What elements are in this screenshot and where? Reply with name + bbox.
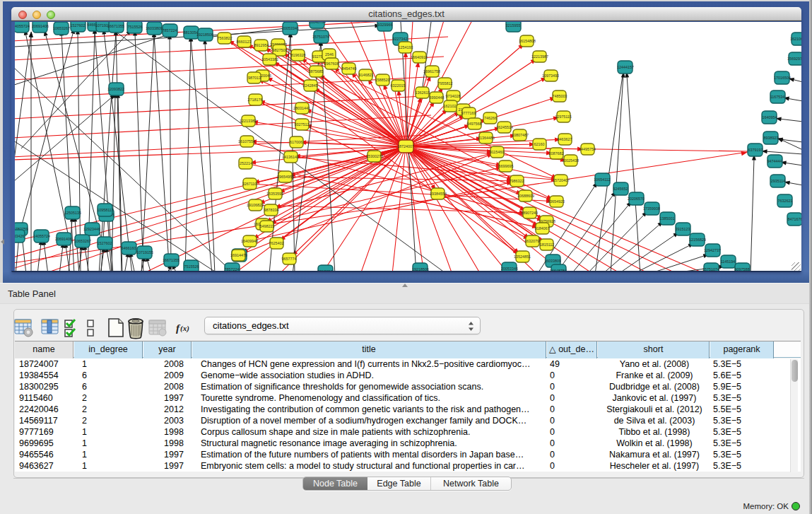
svg-text:7986322: 7986322: [510, 179, 524, 183]
svg-text:8454749: 8454749: [342, 66, 357, 71]
svg-text:252214: 252214: [240, 161, 252, 165]
svg-text:2087682: 2087682: [549, 151, 564, 156]
svg-text:10807487: 10807487: [512, 133, 529, 137]
svg-text:19218506: 19218506: [196, 33, 213, 37]
svg-text:16640910: 16640910: [411, 55, 428, 59]
svg-text:16210643: 16210643: [790, 37, 801, 41]
svg-text:20691406: 20691406: [32, 24, 49, 28]
svg-text:2242845: 2242845: [303, 83, 318, 88]
svg-text:9734028: 9734028: [446, 94, 461, 98]
svg-text:14495754: 14495754: [579, 147, 596, 151]
svg-text:10543382: 10543382: [261, 57, 278, 62]
svg-text:5498222: 5498222: [260, 224, 275, 228]
svg-text:18724007: 18724007: [397, 144, 414, 148]
svg-text:20691406: 20691406: [55, 237, 72, 241]
svg-text:617006: 617006: [290, 140, 302, 144]
svg-text:16033809: 16033809: [146, 26, 163, 30]
svg-text:10653267: 10653267: [74, 239, 91, 243]
svg-text:10025438: 10025438: [562, 158, 579, 163]
svg-text:10653267: 10653267: [53, 26, 70, 30]
svg-text:9146821: 9146821: [359, 73, 374, 77]
svg-text:7955812: 7955812: [438, 81, 453, 86]
svg-text:12942737: 12942737: [704, 248, 721, 252]
svg-text:6322015: 6322015: [391, 83, 406, 88]
svg-text:13524851: 13524851: [514, 255, 531, 259]
svg-text:7515526: 7515526: [128, 25, 143, 29]
svg-text:9329966: 9329966: [378, 23, 393, 27]
svg-text:12975115: 12975115: [555, 115, 572, 119]
svg-text:9474444: 9474444: [767, 159, 782, 163]
svg-text:2546: 2546: [325, 52, 334, 57]
svg-text:6990448: 6990448: [430, 95, 445, 100]
svg-text:1815112: 1815112: [540, 243, 555, 247]
svg-text:1527602: 1527602: [98, 241, 112, 245]
svg-text:17359938: 17359938: [643, 206, 660, 211]
svg-text:10958117: 10958117: [97, 208, 114, 212]
svg-text:16671355: 16671355: [107, 24, 124, 28]
svg-text:6699695: 6699695: [499, 164, 514, 168]
svg-text:15692971: 15692971: [787, 57, 801, 61]
svg-text:16648784: 16648784: [309, 22, 326, 24]
svg-text:12505135: 12505135: [64, 211, 81, 215]
svg-text:1385001: 1385001: [660, 216, 675, 221]
svg-text:10973493: 10973493: [542, 74, 559, 78]
svg-text:16961758: 16961758: [423, 69, 440, 74]
svg-text:15751074: 15751074: [312, 35, 329, 39]
svg-text:1527602: 1527602: [71, 23, 86, 28]
svg-text:8912954: 8912954: [254, 43, 269, 47]
svg-text:7625402: 7625402: [269, 241, 284, 245]
svg-text:10688609: 10688609: [517, 194, 534, 198]
svg-text:9115460: 9115460: [490, 150, 505, 154]
svg-text:9657774: 9657774: [282, 257, 297, 261]
svg-text:3215955: 3215955: [506, 23, 521, 28]
svg-text:2718176: 2718176: [248, 98, 263, 102]
svg-text:8938923: 8938923: [764, 136, 779, 140]
svg-text:16914479: 16914479: [230, 253, 247, 257]
svg-text:1640954: 1640954: [763, 115, 777, 119]
svg-text:(x): (x): [180, 324, 189, 333]
svg-text:9245652: 9245652: [613, 187, 628, 191]
svg-text:1362615: 1362615: [416, 90, 430, 95]
svg-text:7515526: 7515526: [184, 264, 199, 269]
svg-text:8196328: 8196328: [291, 53, 306, 57]
svg-text:987013: 987013: [248, 76, 261, 80]
svg-text:10719155: 10719155: [136, 250, 153, 255]
svg-text:12156829: 12156829: [689, 238, 706, 242]
svg-text:15720407: 15720407: [553, 178, 570, 182]
svg-text:62160: 62160: [534, 142, 545, 146]
svg-text:17016504: 17016504: [774, 76, 791, 80]
svg-text:1254193: 1254193: [399, 45, 413, 49]
svg-text:16107554: 16107554: [238, 139, 255, 144]
svg-text:9327512: 9327512: [295, 122, 310, 127]
svg-text:12213987: 12213987: [531, 54, 548, 59]
svg-text:16245514: 16245514: [496, 125, 513, 129]
svg-text:13654923: 13654923: [548, 199, 565, 204]
svg-text:746266: 746266: [484, 116, 497, 120]
svg-text:14055724: 14055724: [15, 24, 30, 28]
svg-text:16320796: 16320796: [524, 239, 541, 243]
svg-text:20053346: 20053346: [282, 26, 299, 30]
svg-text:15353593: 15353593: [266, 192, 283, 196]
svg-text:14136141: 14136141: [282, 155, 299, 159]
svg-text:16033809: 16033809: [544, 259, 561, 263]
svg-text:7857224: 7857224: [163, 28, 177, 33]
svg-text:3915123: 3915123: [676, 227, 690, 231]
svg-text:9463627: 9463627: [558, 137, 572, 141]
svg-text:3267110: 3267110: [242, 182, 257, 186]
svg-text:10654112: 10654112: [594, 177, 611, 182]
svg-text:9827500: 9827500: [273, 48, 288, 52]
svg-text:2935114: 2935114: [771, 179, 786, 183]
svg-text:9777169: 9777169: [461, 111, 476, 115]
svg-text:1733426: 1733426: [15, 234, 25, 238]
svg-text:19654955: 19654955: [277, 175, 294, 179]
svg-text:12093822: 12093822: [107, 87, 124, 91]
svg-text:7485003: 7485003: [553, 94, 567, 98]
svg-text:20206570: 20206570: [628, 197, 645, 201]
svg-text:8471676: 8471676: [788, 217, 802, 221]
svg-text:12213382: 12213382: [240, 119, 257, 123]
svg-text:16154808: 16154808: [519, 39, 536, 43]
svg-text:18907249: 18907249: [521, 211, 538, 215]
svg-text:3875685: 3875685: [309, 69, 324, 74]
svg-text:15300273: 15300273: [366, 154, 383, 158]
svg-text:1145194: 1145194: [721, 259, 736, 264]
